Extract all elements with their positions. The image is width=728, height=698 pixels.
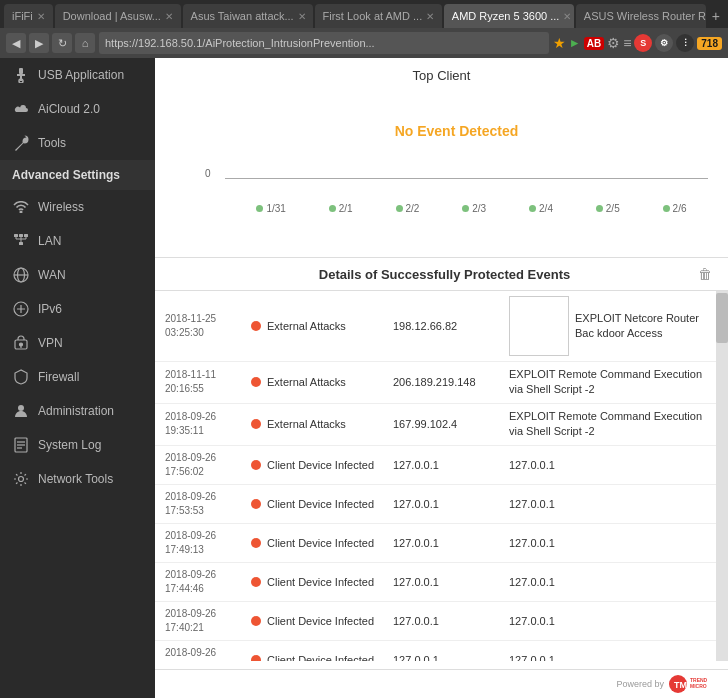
event-time: 2018-09-2617:44:46 xyxy=(165,568,245,596)
sidebar-item-ipv6[interactable]: IPv6 xyxy=(0,292,155,326)
sidebar-item-aicloud[interactable]: AiCloud 2.0 xyxy=(0,92,155,126)
settings-icon[interactable]: ⚙ xyxy=(655,34,673,52)
table-scroll-area[interactable]: 2018-11-2503:25:30 External Attacks 198.… xyxy=(155,291,716,661)
sidebar-item-administration[interactable]: Administration xyxy=(0,394,155,428)
table-row[interactable]: 2018-09-2619:35:11 External Attacks 167.… xyxy=(155,404,716,446)
powered-by-text: Powered by xyxy=(616,679,664,689)
sidebar-label: Wireless xyxy=(38,200,84,214)
event-desc: EXPLOIT Remote Command Execution via She… xyxy=(509,409,706,440)
x-dot xyxy=(462,205,469,212)
table-row[interactable]: 2018-09-2617:53:53 Client Device Infecte… xyxy=(155,485,716,524)
table-row[interactable]: 2018-09-2617:44:46 Client Device Infecte… xyxy=(155,563,716,602)
sidebar-item-firewall[interactable]: Firewall xyxy=(0,360,155,394)
tab-label: First Look at AMD ... xyxy=(323,10,423,22)
svg-rect-0 xyxy=(19,68,23,74)
new-tab-button[interactable]: + xyxy=(708,8,724,24)
x-label-7: 2/6 xyxy=(663,203,687,214)
tab-close[interactable]: ✕ xyxy=(298,11,306,22)
sidebar-item-wireless[interactable]: Wireless xyxy=(0,190,155,224)
event-dot xyxy=(251,655,261,661)
event-image xyxy=(509,296,569,356)
refresh-button[interactable]: ↻ xyxy=(52,33,72,53)
event-src-ip: 127.0.0.1 xyxy=(393,537,503,549)
sidebar-label: System Log xyxy=(38,438,101,452)
extensions-icon: ► xyxy=(569,36,581,50)
tab-label: ASUS Wireless Router R... xyxy=(584,10,706,22)
tab-wifi[interactable]: iFiFi ✕ xyxy=(4,4,53,28)
svg-rect-6 xyxy=(19,234,23,237)
lan-icon xyxy=(12,232,30,250)
sidebar-section-advanced: Advanced Settings xyxy=(0,160,155,190)
profile-icon[interactable]: S xyxy=(634,34,652,52)
tab-asus-router[interactable]: ASUS Wireless Router R... ✕ xyxy=(576,4,706,28)
event-time: 2018-09-2617:40:21 xyxy=(165,607,245,635)
more-icon[interactable]: ⋮ xyxy=(676,34,694,52)
svg-rect-8 xyxy=(19,242,23,245)
sidebar-label: LAN xyxy=(38,234,61,248)
x-label-text: 2/6 xyxy=(673,203,687,214)
event-time: 2018-09-2617:53:53 xyxy=(165,490,245,518)
section-header-label: Advanced Settings xyxy=(12,168,120,182)
event-desc: EXPLOIT Netcore Router Bac kdoor Access xyxy=(575,311,706,342)
trash-button[interactable]: 🗑 xyxy=(698,266,712,282)
nav-buttons: ◀ ▶ ↻ ⌂ xyxy=(6,33,95,53)
sidebar-item-networktools[interactable]: Network Tools xyxy=(0,462,155,496)
sidebar-item-lan[interactable]: LAN xyxy=(0,224,155,258)
sidebar-item-usb[interactable]: USB Application xyxy=(0,58,155,92)
axis-line xyxy=(225,178,708,179)
tab-label: iFiFi xyxy=(12,10,33,22)
x-label-1: 1/31 xyxy=(256,203,285,214)
sidebar-item-wan[interactable]: WAN xyxy=(0,258,155,292)
tab-attack[interactable]: Asus Taiwan attack... ✕ xyxy=(183,4,313,28)
tab-close[interactable]: ✕ xyxy=(426,11,434,22)
scrollbar-thumb[interactable] xyxy=(716,293,728,343)
table-row[interactable]: 2018-09-2617:40:21 Client Device Infecte… xyxy=(155,602,716,641)
event-dot xyxy=(251,616,261,626)
event-time: 2018-09-2619:35:11 xyxy=(165,410,245,438)
svg-point-19 xyxy=(20,343,23,346)
tab-close[interactable]: ✕ xyxy=(563,11,571,22)
address-bar[interactable]: https://192.168.50.1/AiProtection_Intrus… xyxy=(99,32,549,54)
svg-rect-1 xyxy=(17,74,25,76)
scrollbar-track[interactable] xyxy=(716,291,728,661)
event-type: Client Device Infected xyxy=(267,459,387,471)
x-label-6: 2/5 xyxy=(596,203,620,214)
table-row[interactable]: 2018-09-2617:49:13 Client Device Infecte… xyxy=(155,524,716,563)
star-icon[interactable]: ★ xyxy=(553,35,566,51)
table-row[interactable]: 2018-09-2617:56:02 Client Device Infecte… xyxy=(155,446,716,485)
table-row[interactable]: 2018-09-2617:29:51 Client Device Infecte… xyxy=(155,641,716,661)
home-button[interactable]: ⌂ xyxy=(75,33,95,53)
svg-text:TM: TM xyxy=(674,680,687,690)
tab-label: Asus Taiwan attack... xyxy=(191,10,294,22)
sidebar-item-tools[interactable]: Tools xyxy=(0,126,155,160)
tab-amd[interactable]: First Look at AMD ... ✕ xyxy=(315,4,442,28)
tab-close[interactable]: ✕ xyxy=(165,11,173,22)
tab-ryzen[interactable]: AMD Ryzen 5 3600 ... ✕ xyxy=(444,4,574,28)
tab-close[interactable]: ✕ xyxy=(37,11,45,22)
event-dest-ip: 127.0.0.1 xyxy=(509,615,589,627)
x-label-text: 1/31 xyxy=(266,203,285,214)
event-time: 2018-09-2617:56:02 xyxy=(165,451,245,479)
sidebar-label: VPN xyxy=(38,336,63,350)
tab-label: AMD Ryzen 5 3600 ... xyxy=(452,10,560,22)
sidebar-item-systemlog[interactable]: System Log xyxy=(0,428,155,462)
table-row[interactable]: 2018-11-2503:25:30 External Attacks 198.… xyxy=(155,291,716,362)
wrench-icon xyxy=(12,134,30,152)
sidebar: USB Application AiCloud 2.0 Tools Advanc… xyxy=(0,58,155,698)
event-type: Client Device Infected xyxy=(267,576,387,588)
event-dest-ip: 127.0.0.1 xyxy=(509,498,589,510)
nav-bar: ◀ ▶ ↻ ⌂ https://192.168.50.1/AiProtectio… xyxy=(0,28,728,58)
forward-button[interactable]: ▶ xyxy=(29,33,49,53)
tab-download[interactable]: Download | Asusw... ✕ xyxy=(55,4,181,28)
event-time: 2018-11-2503:25:30 xyxy=(165,312,245,340)
x-dot xyxy=(596,205,603,212)
sidebar-label: AiCloud 2.0 xyxy=(38,102,100,116)
event-time: 2018-09-2617:49:13 xyxy=(165,529,245,557)
event-dot xyxy=(251,377,261,387)
table-row[interactable]: 2018-11-1120:16:55 External Attacks 206.… xyxy=(155,362,716,404)
sidebar-label: USB Application xyxy=(38,68,124,82)
event-dot xyxy=(251,460,261,470)
sidebar-item-vpn[interactable]: VPN xyxy=(0,326,155,360)
event-src-ip: 127.0.0.1 xyxy=(393,459,503,471)
back-button[interactable]: ◀ xyxy=(6,33,26,53)
